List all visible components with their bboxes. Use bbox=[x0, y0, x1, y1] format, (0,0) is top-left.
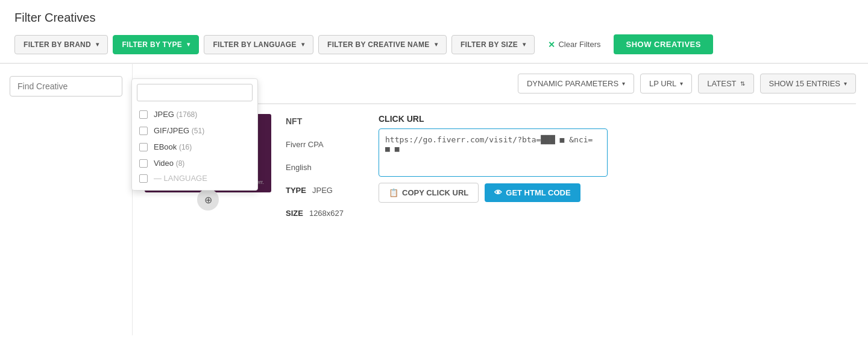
dropdown-item-ebook[interactable]: EBook (16) bbox=[137, 139, 253, 155]
chevron-down-icon: ▾ bbox=[844, 80, 847, 87]
dropdown-search-input[interactable] bbox=[137, 84, 253, 101]
dropdown-label-more: — LANGUAGE bbox=[154, 174, 207, 183]
page-header: Filter Creatives FILTER BY BRAND ▾ FILTE… bbox=[0, 0, 868, 63]
chevron-down-icon: ▾ bbox=[187, 41, 190, 48]
eye-icon: 👁 bbox=[494, 188, 502, 197]
dropdown-item-video[interactable]: Video (8) bbox=[137, 155, 253, 171]
url-actions: 📋 COPY CLICK URL 👁 GET HTML CODE bbox=[379, 183, 856, 203]
lp-url-button[interactable]: LP URL ▾ bbox=[640, 74, 692, 93]
info-row: TYPEJPEG bbox=[286, 185, 364, 195]
get-html-code-button[interactable]: 👁 GET HTML CODE bbox=[485, 183, 580, 202]
info-row: NFT bbox=[286, 116, 364, 126]
dropdown-item-more: — LANGUAGE bbox=[137, 171, 253, 185]
page-title: Filter Creatives bbox=[14, 11, 854, 25]
chevron-down-icon: ▾ bbox=[301, 41, 304, 48]
clear-filters-button[interactable]: ✕ Clear Filters bbox=[539, 35, 609, 54]
main-content: DYNAMIC PARAMETERS ▾ LP URL ▾ LATEST ⇅ S… bbox=[0, 64, 868, 335]
chevron-down-icon: ▾ bbox=[435, 41, 438, 48]
filter-language-button[interactable]: FILTER BY LANGUAGE ▾ bbox=[204, 35, 313, 54]
close-icon: ✕ bbox=[548, 40, 555, 49]
copy-click-url-button[interactable]: 📋 COPY CLICK URL bbox=[379, 183, 479, 203]
type-dropdown: JPEG (1768) GIF/JPEG (51) EBook (16) Vid… bbox=[131, 78, 258, 191]
checkbox-jpeg[interactable] bbox=[139, 110, 148, 119]
click-url-label: CLICK URL bbox=[379, 114, 856, 124]
checkbox-gifjpeg[interactable] bbox=[139, 127, 148, 135]
checkbox-video[interactable] bbox=[139, 159, 148, 168]
filter-type-button[interactable]: FILTER BY TYPE ▾ bbox=[113, 35, 199, 54]
sidebar bbox=[0, 64, 133, 335]
click-url-textarea[interactable]: https://go.fiverr.com/visit/?bta=███ ■ &… bbox=[379, 128, 608, 177]
filter-bar: FILTER BY BRAND ▾ FILTER BY TYPE ▾ FILTE… bbox=[14, 34, 854, 54]
checkbox-ebook[interactable] bbox=[139, 143, 148, 151]
chevron-down-icon: ▾ bbox=[96, 41, 99, 48]
dropdown-label-gifjpeg: GIF/JPEG (51) bbox=[154, 126, 204, 135]
find-creative-input[interactable] bbox=[10, 76, 122, 97]
chevron-down-icon: ▾ bbox=[523, 41, 526, 48]
info-row: SIZE1268x627 bbox=[286, 208, 364, 218]
dynamic-parameters-button[interactable]: DYNAMIC PARAMETERS ▾ bbox=[518, 74, 634, 93]
checkbox-more[interactable] bbox=[139, 174, 148, 183]
zoom-icon: ⊕ bbox=[204, 194, 212, 206]
chevron-down-icon: ▾ bbox=[680, 80, 683, 87]
copy-icon: 📋 bbox=[389, 188, 398, 197]
chevron-down-icon: ▾ bbox=[622, 80, 625, 87]
show-creatives-button[interactable]: SHOW CREATIVES bbox=[614, 34, 713, 54]
latest-button[interactable]: LATEST ⇅ bbox=[698, 74, 753, 93]
info-row: Fiverr CPA bbox=[286, 139, 364, 149]
click-url-section: CLICK URL https://go.fiverr.com/visit/?b… bbox=[379, 114, 856, 203]
dropdown-label-jpeg: JPEG (1768) bbox=[154, 110, 197, 119]
creative-info-block: NFTFiverr CPAEnglishTYPEJPEGSIZE1268x627 bbox=[286, 116, 364, 223]
show-entries-button[interactable]: SHOW 15 ENTRIES ▾ bbox=[760, 74, 856, 93]
dropdown-item-jpeg[interactable]: JPEG (1768) bbox=[137, 106, 253, 122]
dropdown-label-video: Video (8) bbox=[154, 159, 184, 168]
filter-creative-name-button[interactable]: FILTER BY CREATIVE NAME ▾ bbox=[318, 35, 447, 54]
filter-size-button[interactable]: FILTER BY SIZE ▾ bbox=[451, 35, 535, 54]
dropdown-menu: JPEG (1768) GIF/JPEG (51) EBook (16) Vid… bbox=[131, 78, 258, 191]
info-row: English bbox=[286, 162, 364, 172]
filter-brand-button[interactable]: FILTER BY BRAND ▾ bbox=[14, 35, 108, 54]
dropdown-item-gifjpeg[interactable]: GIF/JPEG (51) bbox=[137, 122, 253, 139]
zoom-button[interactable]: ⊕ bbox=[197, 189, 219, 210]
dropdown-label-ebook: EBook (16) bbox=[154, 142, 192, 151]
sort-icon: ⇅ bbox=[740, 80, 745, 87]
